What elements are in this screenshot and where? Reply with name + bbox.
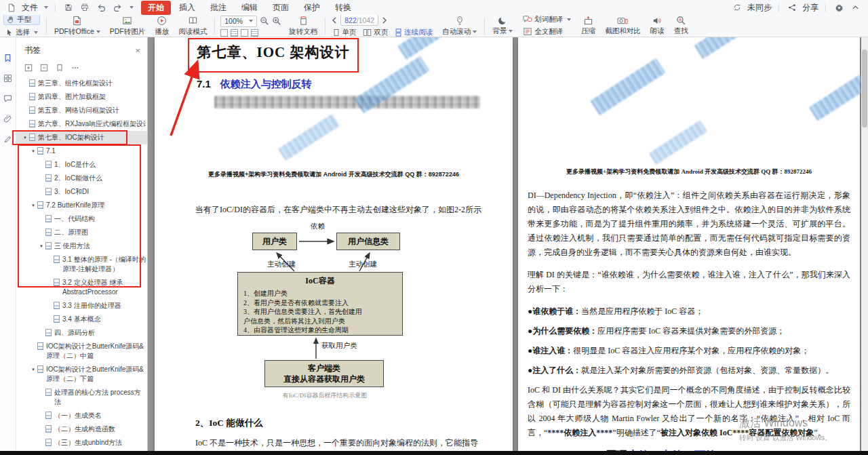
settings-gear-icon[interactable] [833, 1, 845, 14]
find-button[interactable]: A 查找 [669, 15, 693, 37]
bookmark-item[interactable]: 处理器的核心方法 process方法 [16, 386, 147, 409]
bookmark-item[interactable]: 3.4 基本概念 [16, 313, 147, 326]
tab-编辑[interactable]: 编辑 [235, 1, 264, 15]
add-bookmark-icon[interactable] [24, 64, 33, 72]
quick-access-caret-icon[interactable] [130, 6, 134, 9]
bookmark-item[interactable]: 3.1 整体的原理 -（编译时的原理-注解处理器） [16, 253, 147, 276]
bookmark-item[interactable]: 1、IoC是什么 [16, 158, 147, 172]
bookmark-item[interactable]: （二）生成构造函数 [16, 422, 147, 436]
compress-button[interactable]: 压缩 [576, 15, 600, 37]
actual-size-icon[interactable] [241, 29, 248, 37]
next-page-icon[interactable] [381, 16, 388, 24]
bookmark-item[interactable]: 第五章、网络访问框架设计 [16, 104, 147, 117]
snapshot-compare-button[interactable]: 截图和对比 [600, 15, 646, 37]
bookmark-item[interactable]: 第三章、组件化框架设计 [16, 77, 147, 90]
bookmark-item[interactable]: ▼7.2 ButterKnife原理 [16, 199, 147, 212]
hand-icon [6, 16, 15, 24]
fit-page-icon[interactable] [231, 29, 238, 37]
play-button[interactable]: 播放 [150, 15, 174, 37]
share-label[interactable]: 分享 [802, 2, 818, 14]
bookmark-item[interactable]: 3、IoC和DI [16, 185, 147, 199]
share-icon[interactable] [786, 1, 798, 14]
file-menu-caret-icon[interactable] [44, 6, 48, 9]
tab-转换[interactable]: 转换 [328, 1, 358, 15]
tab-插入[interactable]: 插入 [172, 1, 202, 15]
dependency-label: 依赖 [311, 222, 325, 231]
pdf-to-office-button[interactable]: PDF转Office [50, 15, 105, 37]
continuous-reading-button[interactable]: 连续阅读 [393, 28, 435, 37]
tab-页面[interactable]: 页面 [266, 1, 296, 15]
double-page-button[interactable]: 双页 [361, 28, 390, 37]
bookmark-item[interactable]: ▼三 使用方法 [16, 239, 147, 253]
bookmark-item[interactable]: （一）生成类名 [16, 409, 147, 422]
scrollbar-thumb[interactable] [862, 50, 867, 127]
bookmark-item[interactable]: 一、代码结构 [16, 212, 147, 226]
select-tool-button[interactable]: 选择 [3, 28, 40, 37]
zoom-in-icon[interactable] [272, 16, 281, 26]
bookmark-flag-icon[interactable] [56, 64, 64, 72]
previous-page-icon[interactable] [331, 16, 338, 24]
pdf-to-image-button[interactable]: PDF转图片 [105, 15, 151, 37]
collapse-triangle-icon[interactable]: ▼ [39, 241, 45, 251]
ribbon-toolbar: 手型 选择 PDF转Office PDF转图片 播放 阅读模式 100 [0, 15, 868, 37]
undo-icon[interactable] [95, 1, 107, 14]
bookmark-panel-icon[interactable] [3, 54, 12, 62]
client-class-box: 客户端类 直接从容器获取用户类 [264, 360, 384, 387]
zoom-select[interactable]: 100% [220, 16, 257, 27]
fit-width-icon[interactable] [220, 29, 228, 37]
collapse-triangle-icon[interactable]: ▼ [23, 133, 29, 142]
bookmark-item[interactable]: 二、原理图 [16, 226, 147, 239]
bookmark-page-icon [54, 279, 60, 286]
bookmark-item[interactable]: ▼IOC架构设计之ButterKnife源码&原理（二）下篇 [16, 363, 147, 386]
tab-批注[interactable]: 批注 [203, 1, 233, 15]
background-button[interactable]: 背景 [488, 15, 517, 37]
reading-mode-button[interactable]: 阅读模式 [174, 15, 212, 37]
save-icon[interactable] [62, 1, 75, 14]
word-translate-button[interactable]: 划词翻译 [521, 15, 573, 24]
tail-paragraph: IoC 不是一种技术，只是一种思想，一个重要的面向对象编程的法则，它能指导 [195, 436, 502, 450]
sync-icon[interactable] [731, 1, 743, 14]
comments-panel-icon[interactable] [3, 94, 12, 103]
thumbnails-panel-icon[interactable] [3, 74, 12, 83]
close-panel-icon[interactable]: × [135, 45, 140, 56]
sync-status-label[interactable]: 未同步 [747, 2, 772, 14]
bookmark-item[interactable]: 四、源码分析 [16, 326, 147, 340]
bookmark-item[interactable]: 第四章、图片加载框架 [16, 90, 147, 104]
bookmark-item[interactable]: （三）生成unbind方法 [16, 436, 147, 450]
hand-tool-button[interactable]: 手型 [3, 14, 40, 25]
tab-保护[interactable]: 保护 [297, 1, 327, 15]
bookmark-page-icon [45, 425, 52, 433]
bookmark-item[interactable]: 3.2 定义处理器 继承AbstractProcessor [16, 276, 147, 299]
collapse-triangle-icon[interactable]: ▼ [31, 365, 37, 374]
signature-panel-icon[interactable] [3, 135, 12, 144]
vertical-scrollbar[interactable] [861, 37, 868, 451]
bookmark-item[interactable]: ▼7.1 [16, 144, 147, 158]
rotate-document-button[interactable]: 旋转文档 [284, 15, 322, 37]
page-number-input[interactable]: 822/1042 [340, 14, 378, 26]
tab-开始[interactable]: 开始 [141, 1, 171, 15]
collapse-triangle-icon[interactable]: ▼ [31, 201, 37, 210]
bookmark-item[interactable]: 2、IoC能做什么 [16, 172, 147, 185]
bookmark-page-icon [54, 256, 60, 263]
collapse-ribbon-icon[interactable] [849, 1, 861, 14]
bookmark-item[interactable]: ▼第七章、IOC架构设计 [16, 131, 147, 144]
file-menu[interactable]: 文件 [22, 2, 38, 14]
collapse-triangle-icon[interactable]: ▼ [31, 146, 37, 156]
qq-group-line: 更多录播视频+架构学习资料免费领取请加 Android 开发高级技术交流群 QQ… [528, 167, 850, 176]
full-translate-button[interactable]: 全文翻译 [521, 27, 573, 37]
attachments-panel-icon[interactable] [3, 115, 12, 123]
print-icon[interactable] [79, 1, 91, 14]
zoom-out-icon[interactable] [260, 16, 269, 26]
bookmark-item[interactable]: 3.3 注册你的处理器 [16, 299, 147, 313]
bookmark-more-icon[interactable] [71, 64, 79, 72]
redo-icon[interactable] [111, 1, 123, 14]
bookmark-item[interactable]: 第六章、RXJava响应式编程框架设计 [16, 117, 147, 131]
camera-icon [617, 16, 628, 25]
single-page-button[interactable]: 单页 [331, 28, 358, 37]
fit-visible-icon[interactable] [251, 29, 258, 37]
bookmark-item[interactable]: IOC架构设计之ButterKnife源码&原理（二）中篇 [16, 340, 147, 363]
read-aloud-button[interactable]: 朗读 [646, 15, 669, 37]
auto-scroll-button[interactable]: 自动滚动 [437, 15, 481, 37]
right-page-text: 更多录播视频+架构学习资料免费领取请加 Android 开发高级技术交流群 QQ… [528, 167, 850, 452]
delete-bookmark-icon[interactable] [40, 64, 48, 72]
